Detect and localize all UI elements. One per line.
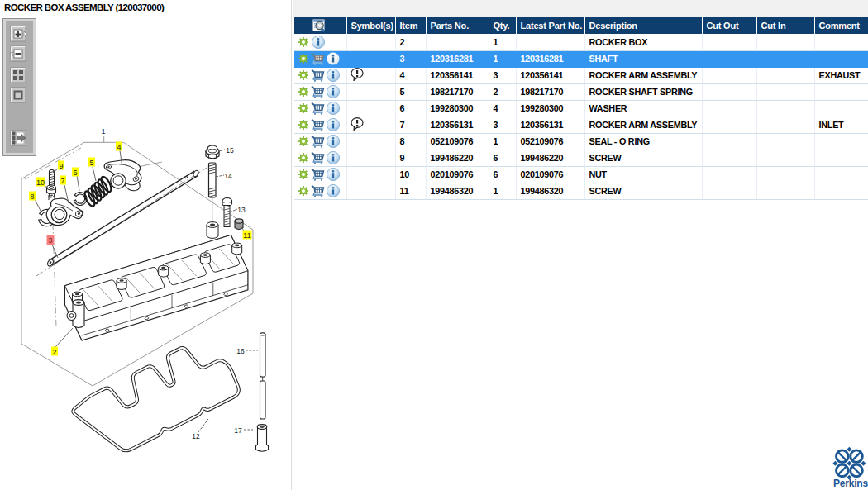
svg-text:7: 7 — [60, 177, 64, 185]
svg-text:17: 17 — [234, 426, 242, 435]
svg-text:14: 14 — [224, 172, 232, 180]
svg-text:6: 6 — [73, 169, 77, 177]
svg-text:3: 3 — [48, 236, 52, 245]
svg-text:16: 16 — [236, 347, 245, 355]
svg-text:2: 2 — [52, 348, 56, 356]
svg-text:10: 10 — [36, 178, 45, 187]
svg-text:13: 13 — [237, 206, 246, 214]
svg-text:15: 15 — [226, 146, 234, 155]
svg-text:4: 4 — [117, 143, 121, 151]
svg-text:5: 5 — [89, 159, 93, 167]
svg-text:12: 12 — [192, 432, 200, 440]
svg-text:9: 9 — [59, 162, 63, 170]
svg-text:8: 8 — [30, 193, 34, 201]
svg-text:1: 1 — [101, 127, 105, 136]
svg-text:11: 11 — [243, 231, 250, 240]
